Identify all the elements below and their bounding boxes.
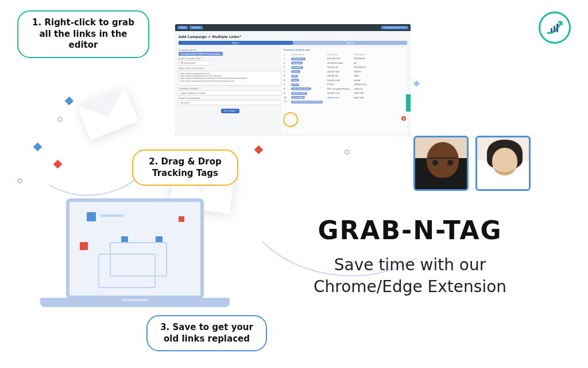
table-row: 9Facebook-SMMsocial-cmnpaid-ads bbox=[284, 91, 405, 95]
table-row: 8A21-October-PromoA21-October-Promorefer… bbox=[284, 87, 405, 91]
svg-rect-2 bbox=[556, 24, 558, 32]
table-row: 4Twittertwitter-nettwitter bbox=[284, 70, 405, 74]
go-step2-button: Go to Step 2 bbox=[221, 109, 239, 113]
nav-settings: Settings bbox=[189, 26, 202, 29]
table-row: 3Instagramfamily-urlinstagram bbox=[284, 65, 405, 70]
app-screenshot: Home Settings CampaignTracky Form Add Ca… bbox=[175, 24, 411, 136]
url-list: https://democampaigntrackly.com/ https:/… bbox=[179, 71, 281, 86]
avatar-2 bbox=[475, 136, 531, 191]
step-bubble-3: 3. Save to get your old links replaced bbox=[146, 315, 267, 351]
table-row: 6Emailfamily-mailemail bbox=[284, 78, 405, 83]
main-title: GRAB-N-TAG bbox=[272, 216, 548, 245]
brand-logo bbox=[539, 12, 571, 44]
campaign-name-value: Example Email | Edition One Campaign bbox=[179, 52, 223, 56]
step-bubble-1: 1. Right-click to grab all the links in … bbox=[17, 10, 149, 58]
main-subtitle: Save time with ourChrome/Edge Extension bbox=[272, 254, 548, 298]
svg-rect-1 bbox=[554, 26, 555, 32]
table-row: 1Facebook Adpartner-netFacebook bbox=[284, 56, 405, 61]
panel-title: Add Campaign > Multiple Links* bbox=[179, 34, 407, 39]
table-row: 5Blogfamily-urlblog bbox=[284, 74, 405, 78]
step-bubble-2: 2. Drag & Drop Tracking Tags bbox=[132, 150, 238, 186]
nav-form: CampaignTracky Form bbox=[381, 26, 408, 29]
nav-home: Home bbox=[177, 26, 188, 29]
delete-icon: ✖ bbox=[401, 116, 406, 121]
table-row: 2Facebookfb-direct-leadfb bbox=[284, 61, 405, 66]
side-tab bbox=[406, 94, 411, 112]
table-row: 7P-101P-101influencers bbox=[284, 82, 405, 87]
avatar-group bbox=[413, 136, 531, 191]
step-2: Step 2 bbox=[293, 41, 407, 45]
step-1: Step 1 bbox=[179, 41, 293, 45]
svg-rect-0 bbox=[551, 28, 552, 32]
table-row: 10Twitter-SMMsocial-cmnpaid-ads bbox=[284, 95, 405, 100]
avatar-1 bbox=[413, 136, 469, 191]
table-row: 11Twitter-an-Employee-Might-Tweet bbox=[284, 99, 405, 104]
